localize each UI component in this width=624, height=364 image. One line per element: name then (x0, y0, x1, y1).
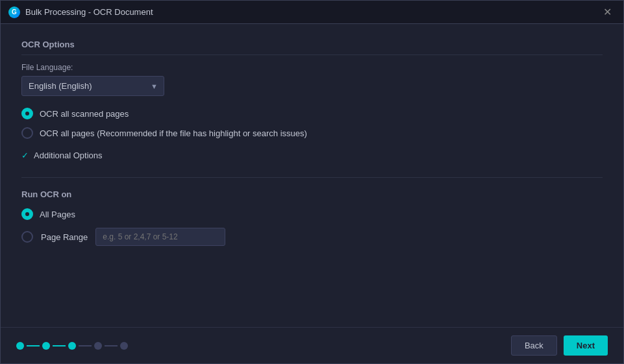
radio-circle-all-pages (21, 208, 33, 220)
progress-stepper (16, 342, 128, 350)
run-ocr-radio-group: All Pages Page Range (21, 208, 603, 246)
ocr-options-section-title: OCR Options (21, 40, 603, 55)
close-button[interactable]: ✕ (599, 6, 616, 19)
app-icon: G (8, 6, 20, 18)
section-separator (21, 177, 603, 178)
radio-label-scanned: OCR all scanned pages (40, 109, 129, 119)
radio-all-pages[interactable]: All Pages (21, 208, 603, 220)
footer: Back Next (1, 327, 623, 363)
back-button[interactable]: Back (511, 335, 557, 356)
chevron-icon: ✓ (21, 151, 29, 160)
dialog-title: Bulk Processing - OCR Document (25, 7, 153, 17)
step-line-3 (79, 345, 92, 346)
step-dot-5 (120, 342, 128, 350)
step-line-1 (27, 345, 40, 346)
radio-label-page-range: Page Range (41, 232, 88, 242)
step-dot-2 (42, 342, 50, 350)
footer-buttons: Back Next (511, 335, 608, 356)
language-select[interactable]: English (English) French (Français) Germ… (21, 76, 164, 96)
step-line-4 (105, 345, 118, 346)
radio-circle-scanned (21, 108, 33, 119)
additional-options-label: Additional Options (34, 151, 103, 160)
step-dot-4 (94, 342, 102, 350)
language-select-wrapper: English (English) French (Français) Germ… (21, 76, 164, 96)
step-dot-1 (16, 342, 24, 350)
content-area: OCR Options File Language: English (Engl… (1, 24, 623, 327)
radio-label-all: OCR all pages (Recommended if the file h… (40, 128, 307, 138)
additional-options-toggle[interactable]: ✓ Additional Options (21, 147, 603, 164)
page-range-input[interactable] (95, 228, 225, 246)
file-language-label: File Language: (21, 63, 603, 72)
radio-circle-page-range (21, 231, 33, 243)
radio-ocr-all[interactable]: OCR all pages (Recommended if the file h… (21, 127, 603, 139)
title-bar-left: G Bulk Processing - OCR Document (8, 6, 153, 18)
title-bar: G Bulk Processing - OCR Document ✕ (1, 1, 623, 24)
step-dot-3 (68, 342, 76, 350)
dialog-container: G Bulk Processing - OCR Document ✕ OCR O… (0, 0, 624, 364)
radio-circle-all (21, 127, 33, 139)
step-line-2 (53, 345, 66, 346)
ocr-mode-radio-group: OCR all scanned pages OCR all pages (Rec… (21, 108, 603, 139)
radio-page-range[interactable]: Page Range (21, 228, 603, 246)
radio-ocr-scanned[interactable]: OCR all scanned pages (21, 108, 603, 119)
run-ocr-section-title: Run OCR on (21, 189, 603, 199)
radio-label-all-pages: All Pages (40, 210, 75, 219)
next-button[interactable]: Next (564, 335, 608, 356)
